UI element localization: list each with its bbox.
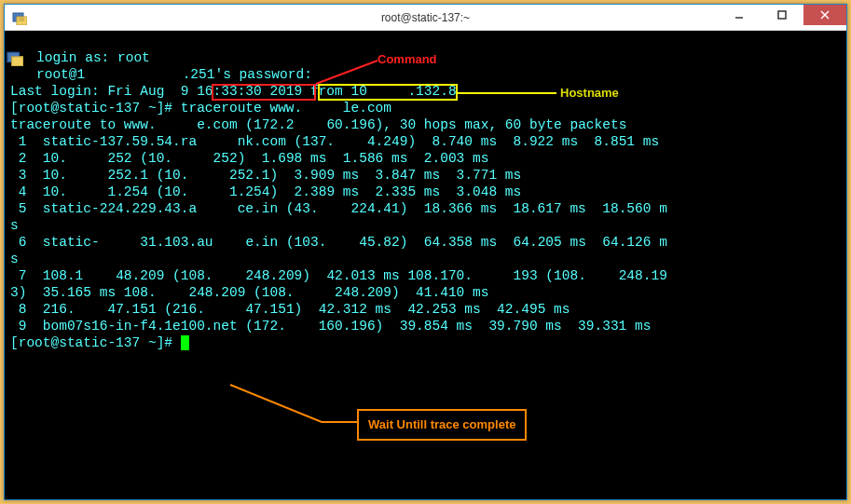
redacted: xxxxx — [67, 167, 108, 184]
terminal-line: 48.209 (108. — [116, 268, 213, 283]
terminal-line: s — [10, 218, 19, 233]
terminal-body[interactable]: login as: root root@1xxxxxxxxxxxx.251's … — [5, 31, 846, 504]
putty-icon — [12, 10, 27, 25]
terminal-line: 252 (10. — [107, 151, 172, 166]
terminal-line: login as: root — [36, 50, 150, 65]
command-label: Command — [377, 51, 437, 68]
redacted: xxxx — [213, 234, 246, 251]
redacted: xxxxx — [157, 116, 198, 133]
terminal-line: 224.41) 18.366 ms 18.617 ms 18.560 m — [350, 201, 666, 216]
redacted: xxxx — [295, 116, 327, 133]
redacted: xxxxx — [295, 284, 336, 301]
terminal-line: e.com (172.2 — [197, 117, 294, 132]
terminal-line: Last login: Fri Aug 9 16:33:30 2019 from… — [10, 84, 367, 99]
putty-corner-icon2 — [7, 49, 23, 71]
terminal-window: root@static-137:~ login as: root root@1x… — [4, 4, 847, 500]
terminal-line: 47.151) 42.312 ms 42.253 ms 42.495 ms — [245, 302, 570, 317]
hostname-text: www. — [269, 101, 302, 116]
cursor — [181, 335, 189, 350]
redacted: xxxxx — [205, 301, 246, 318]
terminal-line: 193 (108. — [514, 268, 586, 283]
terminal-line: 252.1) 3.909 ms 3.847 ms 3.771 ms — [229, 168, 521, 183]
terminal-line: 252) 1.698 ms 1.586 ms 2.003 ms — [213, 151, 489, 166]
command-text: traceroute — [181, 101, 270, 116]
terminal-line: .251's password: — [183, 67, 312, 82]
window-title: root@static-137:~ — [381, 11, 470, 24]
redacted: xxxxx — [367, 83, 408, 100]
redacted: xxxxx — [197, 133, 238, 150]
redacted: xxxx — [586, 267, 619, 284]
terminal-line: .132.8 — [407, 84, 456, 99]
close-button[interactable] — [803, 5, 846, 25]
terminal-line: 7 108.1 — [10, 268, 83, 283]
svg-rect-5 — [778, 11, 786, 19]
terminal-prompt: [root@static-137 ~]# — [10, 335, 181, 350]
redacted: xxxxx — [473, 267, 514, 284]
terminal-line: 45.82) 64.358 ms 64.205 ms 64.126 m — [359, 235, 667, 250]
redacted: xxxx — [326, 234, 359, 251]
terminal-line: 31.103.au — [140, 235, 213, 250]
svg-line-12 — [316, 61, 377, 84]
redacted: xxxxxxxxxxxx — [85, 66, 182, 83]
terminal-line: 3) 35.165 ms 108. — [10, 285, 157, 300]
maximize-button[interactable] — [761, 5, 803, 25]
terminal-line: s — [10, 252, 19, 266]
terminal-line: 8 216. — [10, 302, 75, 317]
terminal-line: 6 static- — [10, 235, 100, 250]
maximize-icon — [777, 10, 787, 20]
redacted: xxxx — [286, 318, 319, 334]
terminal-line: 248.209 (108. — [188, 285, 294, 300]
terminal-line: 248.19 — [619, 268, 667, 283]
redacted: xxxxx — [188, 167, 229, 184]
terminal-line: 2 10. — [10, 151, 67, 166]
minimize-button[interactable] — [718, 5, 761, 25]
redacted: xxxx — [83, 267, 116, 284]
terminal-line: traceroute to www. — [10, 117, 157, 132]
terminal-line: 248.209) 41.410 ms — [335, 285, 488, 300]
close-icon — [820, 10, 830, 20]
minimize-icon — [734, 10, 744, 20]
redacted: xxxx — [213, 267, 246, 284]
redacted: xxxxx — [197, 200, 238, 217]
hostname-text: le.com — [343, 101, 391, 116]
redacted: xxxx — [335, 133, 367, 150]
redacted: xxxxx — [67, 150, 108, 167]
terminal-line: 160.196) 39.854 ms 39.790 ms 39.331 ms — [319, 319, 652, 334]
terminal-line: 1 static-137.59.54.ra — [10, 134, 197, 149]
svg-rect-1 — [17, 17, 27, 25]
redacted: xxxxx — [302, 100, 343, 116]
terminal-line: 9 bom07s16-in-f4.1e100.net (172. — [10, 319, 286, 334]
terminal-line: 4.249) 8.740 ms 8.922 ms 8.851 ms — [367, 134, 659, 149]
terminal-line: ce.in (43. — [238, 201, 319, 216]
redacted: xxxx — [157, 284, 189, 301]
terminal-prompt: [root@static-137 ~]# — [10, 101, 181, 116]
terminal-line: nk.com (137. — [238, 134, 335, 149]
svg-rect-11 — [12, 57, 23, 66]
terminal-line: e.in (103. — [245, 235, 326, 250]
redacted: xxxxx — [100, 234, 141, 251]
redacted: xxxxx — [188, 184, 229, 200]
redacted: xxxxx — [67, 184, 108, 200]
terminal-line: 47.151 (216. — [107, 302, 204, 317]
terminal-line: 248.209) 42.013 ms 108.170. — [245, 268, 473, 283]
terminal-line: root@1 — [36, 67, 85, 82]
hostname-label: Hostname — [560, 85, 619, 102]
terminal-line: 60.196), 30 hops max, 60 byte packets — [326, 117, 626, 132]
terminal-line: 1.254) 2.389 ms 2.335 ms 3.048 ms — [229, 184, 521, 199]
wait-label-box: Wait Untill trace complete — [357, 409, 527, 441]
redacted: xxxx — [75, 301, 108, 318]
terminal-line: 3 10. — [10, 168, 67, 183]
redacted: xxxxx — [172, 150, 213, 167]
titlebar: root@static-137:~ — [5, 5, 846, 31]
terminal-line: 4 10. — [10, 184, 67, 199]
terminal-line: 252.1 (10. — [107, 168, 188, 183]
terminal-line: 1.254 (10. — [107, 184, 188, 199]
terminal-line: 5 static-224.229.43.a — [10, 201, 197, 216]
window-controls — [718, 5, 846, 25]
redacted: xxxx — [319, 200, 351, 217]
